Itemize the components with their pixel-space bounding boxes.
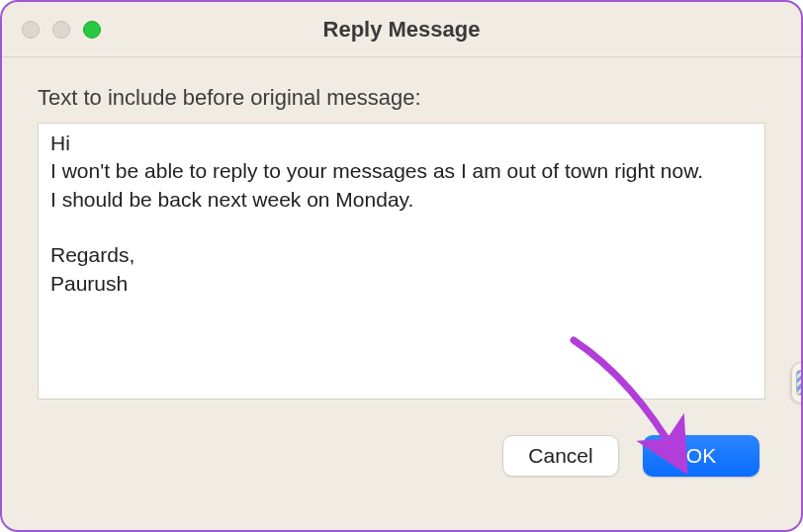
- dialog-content: Text to include before original message:…: [2, 57, 801, 496]
- minimize-icon[interactable]: [52, 21, 70, 39]
- button-row: Cancel OK: [38, 435, 765, 477]
- titlebar: Reply Message: [2, 2, 801, 57]
- reply-message-textarea[interactable]: Hi I won't be able to reply to your mess…: [38, 123, 765, 399]
- side-widget: [791, 362, 803, 403]
- ok-button[interactable]: OK: [643, 435, 759, 477]
- close-icon[interactable]: [22, 21, 40, 39]
- side-widget-indicator-icon: [796, 370, 803, 396]
- dialog-window: Reply Message Text to include before ori…: [0, 0, 803, 532]
- prompt-label: Text to include before original message:: [38, 85, 765, 111]
- window-title: Reply Message: [2, 17, 801, 43]
- zoom-icon[interactable]: [83, 21, 101, 39]
- cancel-button[interactable]: Cancel: [502, 435, 619, 477]
- window-controls: [22, 21, 101, 39]
